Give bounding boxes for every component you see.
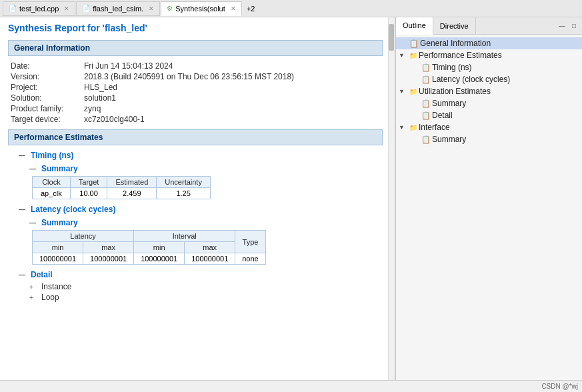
sidebar-item-perf-estimates[interactable]: ▼ 📁 Performance Estimates xyxy=(396,49,582,61)
right-panel: Outline Directive — □ 📋 General Informat… xyxy=(395,17,582,380)
tab-close-synthesis[interactable]: ✕ xyxy=(231,5,236,12)
label-date: Date: xyxy=(11,61,84,71)
main-layout: Synthesis Report for 'flash_led' General… xyxy=(0,17,582,380)
latency-summary-header: — Summary xyxy=(29,218,383,227)
tab-label-flash-led: flash_led_csim. xyxy=(93,5,143,13)
scrollbar-thumb[interactable] xyxy=(389,24,394,51)
tab-label-synthesis: Synthesis(solut xyxy=(175,5,225,13)
file-icon-general-info: 📋 xyxy=(409,39,419,48)
report-title: Synthesis Report for 'flash_led' xyxy=(8,23,383,33)
detail-collapse-icon[interactable]: — xyxy=(19,271,28,279)
label-target-device: Target device: xyxy=(11,115,84,124)
sidebar-item-latency[interactable]: 📋 Latency (clock cycles) xyxy=(396,73,582,85)
right-tab-controls: — □ xyxy=(557,21,582,31)
minimize-button[interactable]: — xyxy=(557,21,567,31)
interval-col-max: max xyxy=(185,242,235,253)
label-interface-summary: Summary xyxy=(432,135,466,144)
restore-button[interactable]: □ xyxy=(569,21,579,31)
timing-cell-target: 10.00 xyxy=(70,188,107,199)
sidebar-item-general-info[interactable]: 📋 General Information xyxy=(396,37,582,49)
instance-item: + Instance xyxy=(29,282,383,291)
latency-summary-table: Latency Interval Type min max min max 10… xyxy=(32,230,266,265)
timing-cell-clock: ap_clk xyxy=(33,188,71,199)
label-project: Project: xyxy=(11,83,84,92)
tab-overflow[interactable]: +2 xyxy=(243,3,259,15)
tab-outline[interactable]: Outline xyxy=(396,17,433,35)
value-version: 2018.3 (Build 2405991 on Thu Dec 06 23:5… xyxy=(84,72,294,81)
sidebar-item-utilization[interactable]: ▼ 📁 Utilization Estimates xyxy=(396,85,582,97)
folder-icon-perf: 📁 xyxy=(409,52,417,59)
label-perf-estimates: Performance Estimates xyxy=(419,51,502,60)
info-row-solution: Solution: solution1 xyxy=(11,93,383,103)
bottom-bar: CSDN @*wj xyxy=(0,380,582,392)
latency-summary-collapse-icon[interactable]: — xyxy=(29,219,39,227)
tab-synthesis[interactable]: ⚙ Synthesis(solut ✕ xyxy=(161,1,242,16)
cpp-icon: 📄 xyxy=(9,5,17,12)
value-product-family: zynq xyxy=(84,104,101,113)
sidebar-item-util-summary[interactable]: 📋 Summary xyxy=(396,97,582,109)
expand-icon-util[interactable]: ▼ xyxy=(399,88,408,95)
label-general-info: General Information xyxy=(420,39,491,48)
latency-label: Latency (clock cycles) xyxy=(31,205,115,214)
expand-icon-interface[interactable]: ▼ xyxy=(399,124,408,131)
left-panel: Synthesis Report for 'flash_led' General… xyxy=(0,17,395,380)
sidebar-item-timing-ns[interactable]: 📋 Timing (ns) xyxy=(396,61,582,73)
info-row-product-family: Product family: zynq xyxy=(11,104,383,113)
loop-item: + Loop xyxy=(29,293,383,302)
latency-collapse-icon[interactable]: — xyxy=(19,206,28,213)
file-icon-interface-summary: 📋 xyxy=(421,135,431,144)
latency-group-header: Latency xyxy=(33,231,134,242)
timing-summary-collapse-icon[interactable]: — xyxy=(29,165,39,173)
latency-col-type: Type xyxy=(235,231,265,253)
general-info-header: General Information xyxy=(8,40,383,56)
timing-label: Timing (ns) xyxy=(31,151,73,160)
tab-test-led[interactable]: 📄 test_led.cpp ✕ xyxy=(3,1,75,16)
timing-cell-uncertainty: 1.25 xyxy=(157,188,211,199)
scrollbar-track[interactable] xyxy=(388,17,395,380)
sidebar-item-util-detail[interactable]: 📋 Detail xyxy=(396,109,582,121)
label-version: Version: xyxy=(11,72,84,81)
bottom-bar-text: CSDN @*wj xyxy=(541,383,578,390)
timing-collapse-icon[interactable]: — xyxy=(19,152,28,159)
timing-col-clock: Clock xyxy=(33,177,71,188)
latency-col-min: min xyxy=(33,242,83,253)
loop-label: Loop xyxy=(41,293,59,302)
interval-col-min: min xyxy=(134,242,185,253)
tab-outline-label: Outline xyxy=(403,21,426,29)
file-icon: 📄 xyxy=(82,5,90,12)
latency-cell-int-max: 100000001 xyxy=(185,253,235,265)
detail-label: Detail xyxy=(31,270,53,279)
timing-ns-header: — Timing (ns) xyxy=(19,151,383,160)
info-row-version: Version: 2018.3 (Build 2405991 on Thu De… xyxy=(11,72,383,81)
instance-expand-icon[interactable]: + xyxy=(29,283,39,291)
folder-icon-util: 📁 xyxy=(409,88,417,95)
file-icon-timing: 📋 xyxy=(421,63,431,72)
expand-icon-perf[interactable]: ▼ xyxy=(399,52,408,59)
tab-close-test-led[interactable]: ✕ xyxy=(64,5,69,12)
value-project: HLS_Led xyxy=(84,83,117,92)
timing-cell-estimated: 2.459 xyxy=(107,188,157,199)
timing-summary-label: Summary xyxy=(41,164,78,173)
value-target-device: xc7z010clg400-1 xyxy=(84,115,145,124)
file-icon-util-summary: 📋 xyxy=(421,99,431,108)
value-date: Fri Jun 14 15:04:13 2024 xyxy=(84,61,173,71)
label-latency: Latency (clock cycles) xyxy=(432,75,510,84)
tab-close-flash-led[interactable]: ✕ xyxy=(149,5,154,12)
table-row: ap_clk 10.00 2.459 1.25 xyxy=(33,188,211,199)
detail-header: — Detail xyxy=(19,270,383,279)
tab-flash-led-csim[interactable]: 📄 flash_led_csim. ✕ xyxy=(76,1,160,16)
latency-cell-int-min: 100000001 xyxy=(134,253,185,265)
perf-estimates-header: Performance Estimates xyxy=(8,129,383,145)
sidebar-item-interface-summary[interactable]: 📋 Summary xyxy=(396,133,582,145)
sidebar-item-interface[interactable]: ▼ 📁 Interface xyxy=(396,121,582,133)
synth-icon: ⚙ xyxy=(167,5,173,12)
timing-col-target: Target xyxy=(70,177,107,188)
report-content: Synthesis Report for 'flash_led' General… xyxy=(0,17,395,307)
latency-cell-lat-max: 100000001 xyxy=(83,253,134,265)
tab-bar: 📄 test_led.cpp ✕ 📄 flash_led_csim. ✕ ⚙ S… xyxy=(0,0,582,17)
tab-directive[interactable]: Directive xyxy=(433,17,476,35)
info-row-project: Project: HLS_Led xyxy=(11,83,383,92)
perf-estimates-label: Performance Estimates xyxy=(14,133,103,142)
label-interface: Interface xyxy=(419,123,450,132)
loop-expand-icon[interactable]: + xyxy=(29,294,39,301)
